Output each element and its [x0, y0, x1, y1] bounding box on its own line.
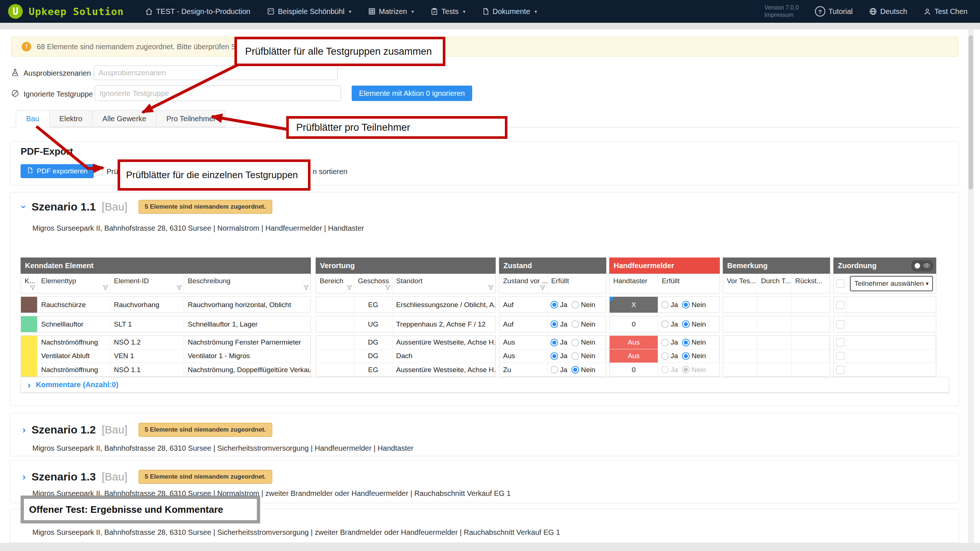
nav-item-dokumente[interactable]: Dokumente ▾ — [482, 7, 537, 16]
bemerkung-field[interactable] — [792, 316, 830, 332]
bemerkung-field[interactable] — [723, 336, 757, 349]
filter-icon[interactable] — [304, 284, 309, 292]
radio-ja[interactable]: Ja — [550, 352, 567, 360]
radio-nein[interactable]: Nein — [571, 301, 595, 309]
standort-cell: Treppenhaus 2, Achse F / 12 — [393, 316, 495, 332]
nav-item-tests[interactable]: Tests ▾ — [431, 7, 465, 16]
table-row: Schnelllauftor SLT 1 Schnelllauftor 1, L… — [21, 316, 311, 332]
radio-nein[interactable]: Nein — [682, 352, 706, 360]
elementtyp-cell: Nachströmöffnung — [38, 336, 110, 349]
unassigned-badge: 5 Elemente sind niemandem zugeordnet. — [138, 200, 272, 214]
tutorial-link[interactable]: ? Tutorial — [815, 6, 853, 16]
bemerkung-field[interactable] — [757, 363, 792, 376]
filter-icon[interactable] — [540, 284, 545, 292]
radio-nein[interactable]: Nein — [682, 338, 706, 346]
radio-nein[interactable]: Nein — [571, 352, 595, 360]
sort-checkbox[interactable] — [95, 167, 103, 175]
radio-ja[interactable]: Ja — [661, 352, 678, 360]
ignored-group-input[interactable] — [95, 86, 341, 101]
assign-all-checkbox[interactable] — [836, 279, 845, 287]
bemerkung-field[interactable] — [757, 349, 792, 363]
handtaster-cell[interactable]: 0 — [609, 363, 658, 376]
tab-bau[interactable]: Bau — [16, 110, 49, 127]
nav-item-label: Tests — [441, 7, 458, 16]
bemerkung-field[interactable] — [723, 297, 757, 313]
grid-icon — [368, 8, 375, 15]
filter-icon[interactable] — [30, 284, 35, 292]
bereich-cell — [316, 336, 354, 349]
assign-checkbox[interactable] — [836, 338, 845, 346]
filter-icon[interactable] — [177, 284, 182, 292]
handtaster-cell[interactable]: Aus — [609, 336, 658, 349]
radio-ja[interactable]: Ja — [550, 338, 567, 346]
bemerkung-field[interactable] — [723, 349, 757, 363]
chevron-down-icon[interactable]: › — [19, 205, 29, 209]
assignment-field[interactable] — [847, 297, 936, 313]
tab-elektro[interactable]: Elektro — [49, 110, 92, 127]
filter-icon[interactable] — [103, 284, 108, 292]
filter-icon[interactable] — [385, 284, 390, 292]
radio-nein[interactable]: Nein — [682, 366, 706, 374]
table-row-group: Nachströmöffnung NSÖ 1.2 Nachströmung Fe… — [21, 335, 311, 377]
radio-nein[interactable]: Nein — [571, 338, 595, 346]
ignore-action-button[interactable]: Elemente mit Aktion 0 ignorieren — [352, 86, 472, 101]
radio-ja[interactable]: Ja — [661, 366, 678, 374]
tab-pro-teilnehmer[interactable]: Pro Teilnehmer — [156, 110, 226, 127]
bemerkung-field[interactable] — [723, 316, 757, 332]
bemerkung-field[interactable] — [792, 336, 830, 349]
assign-checkbox[interactable] — [836, 301, 845, 309]
assign-checkbox[interactable] — [836, 320, 845, 329]
bemerkung-field[interactable] — [757, 297, 792, 313]
assign-checkbox[interactable] — [836, 366, 845, 374]
language-label: Deutsch — [880, 7, 907, 16]
handtaster-cell[interactable]: X — [609, 297, 658, 313]
radio-ja[interactable]: Ja — [661, 338, 678, 346]
nav-item-beispiele[interactable]: Beispiele Schönbühl ▾ — [267, 7, 351, 16]
impressum-link[interactable]: Impressum — [764, 11, 799, 19]
bemerkung-field[interactable] — [757, 336, 792, 349]
bemerkung-field[interactable] — [792, 297, 830, 313]
bemerkung-field[interactable] — [792, 363, 830, 376]
radio-nein[interactable]: Nein — [682, 320, 706, 329]
chevron-right-icon[interactable]: › — [22, 472, 26, 481]
radio-ja[interactable]: Ja — [550, 320, 567, 329]
assign-checkbox[interactable] — [836, 352, 845, 360]
comments-toggle[interactable]: › Kommentare (Anzahl:0) — [21, 377, 949, 393]
radio-ja[interactable]: Ja — [661, 320, 678, 329]
user-icon — [923, 8, 931, 16]
assignment-field[interactable] — [847, 336, 936, 349]
assignment-field[interactable] — [847, 316, 936, 332]
eye-icon[interactable] — [923, 262, 930, 270]
handtaster-cell[interactable]: 0 — [609, 316, 658, 332]
participant-select[interactable]: Teilnehmer auswählen ▾ — [850, 276, 933, 291]
radio-nein[interactable]: Nein — [571, 320, 595, 329]
group-header: Zuordnung — [834, 257, 936, 274]
radio-nein[interactable]: Nein — [682, 301, 706, 309]
bemerkung-field[interactable] — [792, 349, 830, 363]
col-header-erfuellt: Erfüllt — [658, 274, 719, 293]
scrollbar-thumb[interactable] — [969, 35, 973, 189]
user-menu[interactable]: Test Chen — [923, 7, 967, 16]
nav-item-matrizen[interactable]: Matrizen ▾ — [368, 7, 414, 16]
handtaster-cell[interactable]: Aus — [609, 349, 658, 363]
pdf-export-button[interactable]: PDF exportieren — [21, 164, 94, 178]
app-logo-icon[interactable]: U — [8, 4, 23, 19]
filter-icon[interactable] — [347, 284, 352, 292]
assignment-field[interactable] — [847, 349, 936, 363]
radio-ja[interactable]: Ja — [550, 301, 567, 309]
radio-ja[interactable]: Ja — [550, 366, 567, 374]
chevron-right-icon[interactable]: › — [22, 425, 26, 435]
bemerkung-field[interactable] — [757, 316, 792, 332]
filter-icon[interactable] — [488, 284, 493, 292]
radio-ja[interactable]: Ja — [661, 301, 678, 309]
bemerkung-field[interactable] — [723, 363, 757, 376]
language-switcher[interactable]: Deutsch — [869, 7, 907, 16]
tab-alle-gewerke[interactable]: Alle Gewerke — [92, 110, 156, 127]
warning-icon: ! — [22, 42, 31, 51]
assignment-field[interactable] — [847, 363, 936, 376]
zuordnung-header-controls — [911, 260, 933, 272]
radio-nein[interactable]: Nein — [571, 366, 595, 374]
toggle-icon[interactable] — [915, 263, 920, 268]
nav-item-home[interactable]: TEST - Design-to-Production — [145, 7, 250, 16]
scenario-filter-input[interactable] — [94, 65, 338, 80]
